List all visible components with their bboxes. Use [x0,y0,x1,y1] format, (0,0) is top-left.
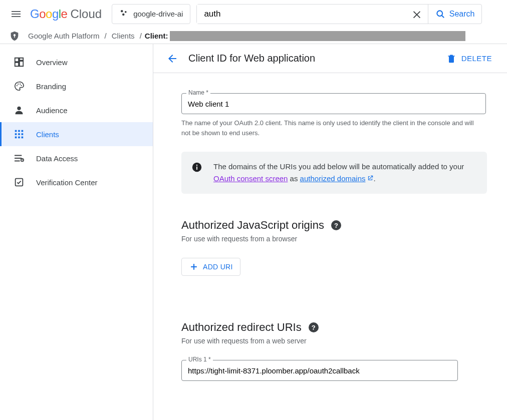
breadcrumb-clients[interactable]: Clients [112,32,135,40]
sidebar-item-label: Audience [36,106,68,115]
hamburger-menu-button[interactable] [4,2,28,26]
banner-text-pre: The domains of the URIs you add below wi… [213,162,464,171]
sidebar-item-overview[interactable]: Overview [0,50,153,74]
svg-rect-24 [196,167,197,170]
svg-rect-19 [18,137,20,139]
main-header: Client ID for Web application DELETE [153,44,507,73]
scatter-icon [119,9,128,19]
info-banner-text: The domains of the URIs you add below wi… [213,161,477,185]
sidebar-item-clients[interactable]: Clients [0,122,153,146]
sidebar-item-audience[interactable]: Audience [0,98,153,122]
page-title: Client ID for Web application [188,53,440,64]
breadcrumb-sep: / [140,32,142,40]
svg-rect-22 [16,179,23,186]
info-banner: The domains of the URIs you add below wi… [181,152,487,194]
sidebar-item-label: Verification Center [36,178,98,187]
banner-text-post: . [374,174,376,183]
top-bar: Google Cloud google-drive-ai Search [0,0,507,28]
redirect-uris-subtitle: For use with requests from a web server [181,337,489,345]
svg-rect-16 [18,133,20,135]
svg-rect-17 [22,133,24,135]
delete-button-label: DELETE [461,54,492,63]
svg-rect-14 [22,130,24,132]
svg-rect-20 [22,137,24,139]
svg-line-4 [441,15,443,17]
add-js-uri-button[interactable]: ADD URI [181,258,240,276]
sidebar-item-data-access[interactable]: Data Access [0,146,153,170]
sidebar-item-branding[interactable]: Branding [0,74,153,98]
svg-point-25 [196,165,197,166]
clear-search-button[interactable] [406,5,428,24]
name-field-wrap: Name * [181,93,489,114]
logo-google: Google [30,7,67,21]
breadcrumb-client-id-redacted [170,31,465,41]
arrow-back-icon [166,53,178,65]
search-bar: Search [196,4,482,24]
search-button[interactable]: Search [428,5,482,24]
authorized-domains-link[interactable]: authorized domains [300,174,374,183]
breadcrumb-sep: / [105,32,107,40]
palette-icon [13,80,25,92]
svg-rect-6 [14,36,15,38]
sidebar-item-label: Branding [36,82,66,91]
name-field-label: Name * [186,89,210,96]
check-box-icon [13,176,25,188]
person-icon [13,104,25,116]
banner-text-mid: as [288,174,300,183]
main-panel: Client ID for Web application DELETE Nam… [153,44,507,420]
svg-rect-18 [15,137,17,139]
svg-point-8 [18,84,19,85]
logo-cloud: Cloud [70,7,102,21]
search-input[interactable] [197,5,406,24]
sidebar-item-verification[interactable]: Verification Center [0,170,153,194]
breadcrumb-current-label: Client: [145,32,168,40]
sidebar-item-label: Clients [36,130,59,139]
external-link-icon [367,175,374,182]
breadcrumb-root[interactable]: Google Auth Platform [28,32,100,40]
js-origins-subtitle: For use with requests from a browser [181,235,489,243]
apps-icon [13,128,25,140]
close-icon [411,9,422,20]
redirect-uris-header: Authorized redirect URIs ? [181,321,489,334]
breadcrumb: Google Auth Platform / Clients / Client: [0,28,507,44]
trash-icon [446,54,456,64]
svg-rect-13 [18,130,20,132]
menu-icon [10,8,22,20]
uri1-input[interactable] [181,360,458,381]
project-name: google-drive-ai [133,10,183,18]
dashboard-icon [13,56,25,68]
add-uri-label: ADD URI [203,263,233,271]
svg-rect-15 [15,133,17,135]
content: Name * The name of your OAuth 2.0 client… [153,73,507,395]
help-icon[interactable]: ? [331,220,341,230]
help-icon[interactable]: ? [309,322,319,332]
svg-point-2 [122,14,125,16]
delete-button[interactable]: DELETE [440,50,498,68]
name-help-text: The name of your OAuth 2.0 client. This … [181,118,482,138]
search-button-label: Search [449,10,475,19]
svg-point-10 [21,85,22,86]
js-origins-header: Authorized JavaScript origins ? [181,219,489,232]
svg-point-7 [17,85,18,86]
svg-point-1 [125,11,127,13]
svg-rect-12 [15,130,17,132]
auth-shield-icon [9,31,20,42]
svg-point-9 [20,84,21,85]
uri1-label: URIs 1 * [186,356,213,363]
sidebar-item-label: Data Access [36,154,78,163]
redirect-uris-title: Authorized redirect URIs [181,321,302,334]
js-origins-title: Authorized JavaScript origins [181,219,324,232]
back-button[interactable] [162,49,182,69]
name-input[interactable] [181,93,486,114]
sidebar: Overview Branding Audience Clients Data … [0,44,153,420]
plus-icon [189,262,199,272]
data-access-icon [13,152,25,164]
project-selector[interactable]: google-drive-ai [112,4,190,24]
uri1-field-wrap: URIs 1 * [181,360,489,381]
google-cloud-logo[interactable]: Google Cloud [30,7,102,21]
sidebar-item-label: Overview [36,58,68,67]
svg-point-11 [17,107,21,110]
oauth-consent-link[interactable]: OAuth consent screen [213,174,288,183]
search-icon [435,9,445,19]
svg-point-0 [121,10,123,13]
